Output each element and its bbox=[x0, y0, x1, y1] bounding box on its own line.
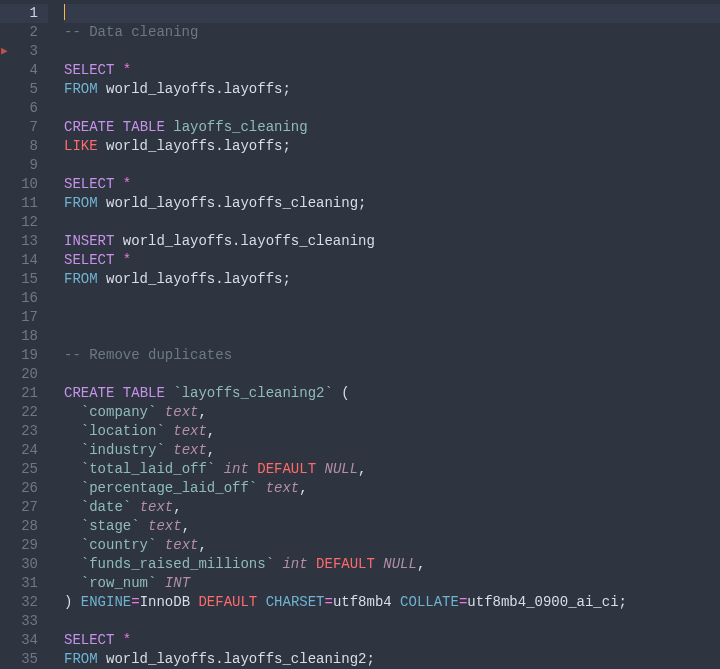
line-number[interactable]: 14 bbox=[0, 251, 48, 270]
token: -- Data cleaning bbox=[64, 24, 198, 40]
code-editor[interactable]: 1234567891011121314151617181920212223242… bbox=[0, 0, 720, 669]
code-line[interactable]: FROM world_layoffs.layoffs; bbox=[64, 80, 720, 99]
code-line[interactable] bbox=[64, 4, 720, 23]
token: DEFAULT bbox=[198, 594, 257, 610]
line-number[interactable]: 19 bbox=[0, 346, 48, 365]
line-number[interactable]: 24 bbox=[0, 441, 48, 460]
code-line[interactable]: `funds_raised_millions` int DEFAULT NULL… bbox=[64, 555, 720, 574]
code-line[interactable]: `percentage_laid_off` text, bbox=[64, 479, 720, 498]
code-line[interactable] bbox=[64, 156, 720, 175]
token: ( bbox=[341, 385, 349, 401]
code-line[interactable] bbox=[64, 365, 720, 384]
line-number[interactable]: 29 bbox=[0, 536, 48, 555]
token: CHARSET bbox=[266, 594, 325, 610]
line-number[interactable]: 7 bbox=[0, 118, 48, 137]
line-number[interactable]: 17 bbox=[0, 308, 48, 327]
code-line[interactable]: -- Remove duplicates bbox=[64, 346, 720, 365]
code-line[interactable]: `date` text, bbox=[64, 498, 720, 517]
token: INSERT bbox=[64, 233, 114, 249]
code-line[interactable]: SELECT * bbox=[64, 631, 720, 650]
token: * bbox=[123, 62, 131, 78]
line-number[interactable]: 9 bbox=[0, 156, 48, 175]
token: , bbox=[198, 404, 206, 420]
token: `location` bbox=[81, 423, 165, 439]
code-line[interactable]: ) ENGINE=InnoDB DEFAULT CHARSET=utf8mb4 … bbox=[64, 593, 720, 612]
line-number[interactable]: 12 bbox=[0, 213, 48, 232]
code-line[interactable]: `company` text, bbox=[64, 403, 720, 422]
line-number[interactable]: 23 bbox=[0, 422, 48, 441]
code-line[interactable]: INSERT world_layoffs.layoffs_cleaning bbox=[64, 232, 720, 251]
code-line[interactable]: `country` text, bbox=[64, 536, 720, 555]
token: ; bbox=[619, 594, 627, 610]
line-number[interactable]: 1 bbox=[0, 4, 48, 23]
line-number[interactable]: 16 bbox=[0, 289, 48, 308]
line-number[interactable]: 11 bbox=[0, 194, 48, 213]
line-number[interactable]: 28 bbox=[0, 517, 48, 536]
line-number[interactable]: 35 bbox=[0, 650, 48, 669]
token: layoffs_cleaning2 bbox=[224, 651, 367, 667]
line-number[interactable]: 34 bbox=[0, 631, 48, 650]
token: NULL bbox=[324, 461, 358, 477]
token: world_layoffs bbox=[98, 195, 216, 211]
token: INT bbox=[165, 575, 190, 591]
line-number[interactable]: 21 bbox=[0, 384, 48, 403]
code-area[interactable]: -- Data cleaning SELECT *FROM world_layo… bbox=[48, 0, 720, 669]
code-line[interactable] bbox=[64, 612, 720, 631]
line-number[interactable]: 22 bbox=[0, 403, 48, 422]
line-number[interactable]: 10 bbox=[0, 175, 48, 194]
line-number[interactable]: 33 bbox=[0, 612, 48, 631]
token: TABLE bbox=[123, 385, 165, 401]
code-line[interactable] bbox=[64, 42, 720, 61]
code-line[interactable]: -- Data cleaning bbox=[64, 23, 720, 42]
line-number[interactable]: 26 bbox=[0, 479, 48, 498]
code-line[interactable] bbox=[64, 99, 720, 118]
token bbox=[64, 423, 81, 439]
error-marker-icon[interactable]: ▶ bbox=[0, 42, 6, 61]
code-line[interactable]: CREATE TABLE `layoffs_cleaning2` ( bbox=[64, 384, 720, 403]
line-number-gutter[interactable]: 1234567891011121314151617181920212223242… bbox=[0, 0, 48, 669]
token: NULL bbox=[383, 556, 417, 572]
token: , bbox=[198, 537, 206, 553]
line-number[interactable]: 6 bbox=[0, 99, 48, 118]
line-number[interactable]: 15 bbox=[0, 270, 48, 289]
code-line[interactable]: `industry` text, bbox=[64, 441, 720, 460]
line-number[interactable]: 5 bbox=[0, 80, 48, 99]
code-line[interactable]: `location` text, bbox=[64, 422, 720, 441]
code-line[interactable] bbox=[64, 327, 720, 346]
code-line[interactable] bbox=[64, 213, 720, 232]
code-line[interactable]: `stage` text, bbox=[64, 517, 720, 536]
token: layoffs_cleaning bbox=[240, 233, 374, 249]
token bbox=[64, 404, 81, 420]
token: SELECT bbox=[64, 176, 114, 192]
code-line[interactable]: FROM world_layoffs.layoffs_cleaning2; bbox=[64, 650, 720, 669]
token: SELECT bbox=[64, 632, 114, 648]
line-number[interactable]: 13 bbox=[0, 232, 48, 251]
code-line[interactable]: SELECT * bbox=[64, 175, 720, 194]
token bbox=[165, 119, 173, 135]
token: . bbox=[215, 81, 223, 97]
code-line[interactable]: SELECT * bbox=[64, 61, 720, 80]
line-number[interactable]: 18 bbox=[0, 327, 48, 346]
code-line[interactable] bbox=[64, 289, 720, 308]
code-line[interactable]: `row_num` INT bbox=[64, 574, 720, 593]
token: ; bbox=[366, 651, 374, 667]
line-number[interactable]: 31 bbox=[0, 574, 48, 593]
token bbox=[257, 480, 265, 496]
code-line[interactable] bbox=[64, 308, 720, 327]
line-number[interactable]: 30 bbox=[0, 555, 48, 574]
line-number[interactable]: 25 bbox=[0, 460, 48, 479]
line-number[interactable]: 32 bbox=[0, 593, 48, 612]
code-line[interactable]: FROM world_layoffs.layoffs; bbox=[64, 270, 720, 289]
line-number[interactable]: 4 bbox=[0, 61, 48, 80]
token bbox=[114, 252, 122, 268]
line-number[interactable]: 2 bbox=[0, 23, 48, 42]
token: world_layoffs bbox=[114, 233, 232, 249]
line-number[interactable]: 8 bbox=[0, 137, 48, 156]
code-line[interactable]: `total_laid_off` int DEFAULT NULL, bbox=[64, 460, 720, 479]
code-line[interactable]: LIKE world_layoffs.layoffs; bbox=[64, 137, 720, 156]
code-line[interactable]: SELECT * bbox=[64, 251, 720, 270]
line-number[interactable]: 20 bbox=[0, 365, 48, 384]
code-line[interactable]: FROM world_layoffs.layoffs_cleaning; bbox=[64, 194, 720, 213]
code-line[interactable]: CREATE TABLE layoffs_cleaning bbox=[64, 118, 720, 137]
line-number[interactable]: 27 bbox=[0, 498, 48, 517]
